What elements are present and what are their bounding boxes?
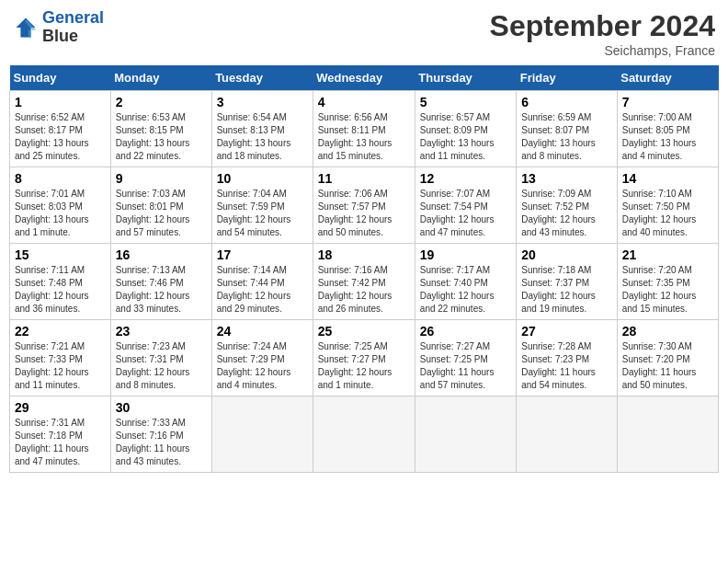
day-number: 30 [116,400,207,415]
month-title: September 2024 [490,9,715,43]
day-5: 5 Sunrise: 6:57 AMSunset: 8:09 PMDayligh… [415,91,516,167]
week-row-4: 22 Sunrise: 7:21 AMSunset: 7:33 PMDaylig… [10,320,719,396]
day-19: 19 Sunrise: 7:17 AMSunset: 7:40 PMDaylig… [415,244,516,320]
day-30: 30 Sunrise: 7:33 AMSunset: 7:16 PMDaylig… [110,396,211,473]
empty-cell [517,396,617,473]
day-8: 8 Sunrise: 7:01 AMSunset: 8:03 PMDayligh… [10,167,111,244]
day-number: 27 [521,324,611,339]
day-number: 7 [622,95,713,109]
day-number: 9 [116,171,207,186]
day-detail: Sunrise: 7:18 AMSunset: 7:37 PMDaylight:… [521,264,611,316]
day-detail: Sunrise: 7:03 AMSunset: 8:01 PMDaylight:… [116,188,207,239]
col-thursday: Thursday [415,65,516,91]
day-detail: Sunrise: 7:13 AMSunset: 7:46 PMDaylight:… [116,264,207,316]
day-9: 9 Sunrise: 7:03 AMSunset: 8:01 PMDayligh… [110,167,211,244]
day-number: 4 [318,95,410,109]
day-18: 18 Sunrise: 7:16 AMSunset: 7:42 PMDaylig… [313,244,415,320]
day-number: 11 [318,171,410,186]
day-29: 29 Sunrise: 7:31 AMSunset: 7:18 PMDaylig… [10,396,111,473]
day-23: 23 Sunrise: 7:23 AMSunset: 7:31 PMDaylig… [110,320,211,396]
day-detail: Sunrise: 7:14 AMSunset: 7:44 PMDaylight:… [217,264,308,316]
day-number: 14 [622,171,713,186]
day-detail: Sunrise: 6:54 AMSunset: 8:13 PMDaylight:… [217,111,308,163]
day-detail: Sunrise: 7:10 AMSunset: 7:50 PMDaylight:… [622,188,713,239]
day-detail: Sunrise: 7:30 AMSunset: 7:20 PMDaylight:… [622,340,713,392]
day-number: 19 [420,247,511,262]
day-detail: Sunrise: 7:07 AMSunset: 7:54 PMDaylight:… [420,188,511,239]
day-detail: Sunrise: 7:00 AMSunset: 8:05 PMDaylight:… [622,111,713,163]
week-row-1: 1 Sunrise: 6:52 AMSunset: 8:17 PMDayligh… [10,91,719,167]
day-27: 27 Sunrise: 7:28 AMSunset: 7:23 PMDaylig… [517,320,617,396]
day-detail: Sunrise: 7:31 AMSunset: 7:18 PMDaylight:… [15,417,106,468]
day-10: 10 Sunrise: 7:04 AMSunset: 7:59 PMDaylig… [211,167,313,244]
day-number: 17 [217,247,308,262]
day-detail: Sunrise: 7:09 AMSunset: 7:52 PMDaylight:… [521,188,611,239]
day-number: 25 [318,324,410,339]
day-number: 3 [217,95,308,109]
day-detail: Sunrise: 7:28 AMSunset: 7:23 PMDaylight:… [521,340,611,392]
day-detail: Sunrise: 7:04 AMSunset: 7:59 PMDaylight:… [217,188,308,239]
day-detail: Sunrise: 7:17 AMSunset: 7:40 PMDaylight:… [420,264,511,316]
col-saturday: Saturday [617,65,718,91]
day-detail: Sunrise: 7:27 AMSunset: 7:25 PMDaylight:… [420,340,511,392]
day-20: 20 Sunrise: 7:18 AMSunset: 7:37 PMDaylig… [517,244,617,320]
day-3: 3 Sunrise: 6:54 AMSunset: 8:13 PMDayligh… [211,91,313,167]
day-detail: Sunrise: 7:01 AMSunset: 8:03 PMDaylight:… [15,188,106,239]
col-sunday: Sunday [10,65,111,91]
day-number: 20 [521,247,611,262]
day-detail: Sunrise: 7:11 AMSunset: 7:48 PMDaylight:… [15,264,106,316]
day-detail: Sunrise: 6:53 AMSunset: 8:15 PMDaylight:… [116,111,207,163]
day-number: 2 [116,95,207,109]
day-6: 6 Sunrise: 6:59 AMSunset: 8:07 PMDayligh… [517,91,617,167]
day-11: 11 Sunrise: 7:06 AMSunset: 7:57 PMDaylig… [313,167,415,244]
day-number: 26 [420,324,511,339]
logo-text: General Blue [42,9,104,46]
day-number: 24 [217,324,308,339]
day-21: 21 Sunrise: 7:20 AMSunset: 7:35 PMDaylig… [617,244,718,320]
day-7: 7 Sunrise: 7:00 AMSunset: 8:05 PMDayligh… [617,91,718,167]
calendar-table: Sunday Monday Tuesday Wednesday Thursday… [9,65,719,473]
day-26: 26 Sunrise: 7:27 AMSunset: 7:25 PMDaylig… [415,320,516,396]
day-17: 17 Sunrise: 7:14 AMSunset: 7:44 PMDaylig… [211,244,313,320]
day-number: 5 [420,95,511,109]
day-detail: Sunrise: 7:16 AMSunset: 7:42 PMDaylight:… [318,264,410,316]
title-block: September 2024 Seichamps, France [490,9,715,58]
day-number: 23 [116,324,207,339]
header-row: Sunday Monday Tuesday Wednesday Thursday… [10,65,719,91]
day-detail: Sunrise: 7:20 AMSunset: 7:35 PMDaylight:… [622,264,713,316]
day-number: 18 [318,247,410,262]
day-detail: Sunrise: 7:24 AMSunset: 7:29 PMDaylight:… [217,340,308,392]
day-number: 13 [521,171,611,186]
col-wednesday: Wednesday [313,65,415,91]
day-number: 1 [15,95,106,109]
col-tuesday: Tuesday [211,65,313,91]
day-detail: Sunrise: 7:21 AMSunset: 7:33 PMDaylight:… [15,340,106,392]
day-detail: Sunrise: 6:52 AMSunset: 8:17 PMDaylight:… [15,111,106,163]
day-number: 10 [217,171,308,186]
col-friday: Friday [517,65,617,91]
col-monday: Monday [110,65,211,91]
day-number: 21 [622,247,713,262]
day-22: 22 Sunrise: 7:21 AMSunset: 7:33 PMDaylig… [10,320,111,396]
location: Seichamps, France [490,43,715,58]
week-row-2: 8 Sunrise: 7:01 AMSunset: 8:03 PMDayligh… [10,167,719,244]
day-detail: Sunrise: 7:25 AMSunset: 7:27 PMDaylight:… [318,340,410,392]
empty-cell [617,396,718,473]
day-detail: Sunrise: 6:57 AMSunset: 8:09 PMDaylight:… [420,111,511,163]
day-number: 28 [622,324,713,339]
day-number: 29 [15,400,106,415]
day-15: 15 Sunrise: 7:11 AMSunset: 7:48 PMDaylig… [10,244,111,320]
day-24: 24 Sunrise: 7:24 AMSunset: 7:29 PMDaylig… [211,320,313,396]
day-detail: Sunrise: 6:59 AMSunset: 8:07 PMDaylight:… [521,111,611,163]
day-number: 6 [521,95,611,109]
day-detail: Sunrise: 7:33 AMSunset: 7:16 PMDaylight:… [116,417,207,468]
day-4: 4 Sunrise: 6:56 AMSunset: 8:11 PMDayligh… [313,91,415,167]
day-1: 1 Sunrise: 6:52 AMSunset: 8:17 PMDayligh… [10,91,111,167]
page-header: General Blue September 2024 Seichamps, F… [9,9,719,58]
day-number: 15 [15,247,106,262]
day-detail: Sunrise: 6:56 AMSunset: 8:11 PMDaylight:… [318,111,410,163]
day-2: 2 Sunrise: 6:53 AMSunset: 8:15 PMDayligh… [110,91,211,167]
day-14: 14 Sunrise: 7:10 AMSunset: 7:50 PMDaylig… [617,167,718,244]
day-number: 12 [420,171,511,186]
week-row-5: 29 Sunrise: 7:31 AMSunset: 7:18 PMDaylig… [10,396,719,473]
